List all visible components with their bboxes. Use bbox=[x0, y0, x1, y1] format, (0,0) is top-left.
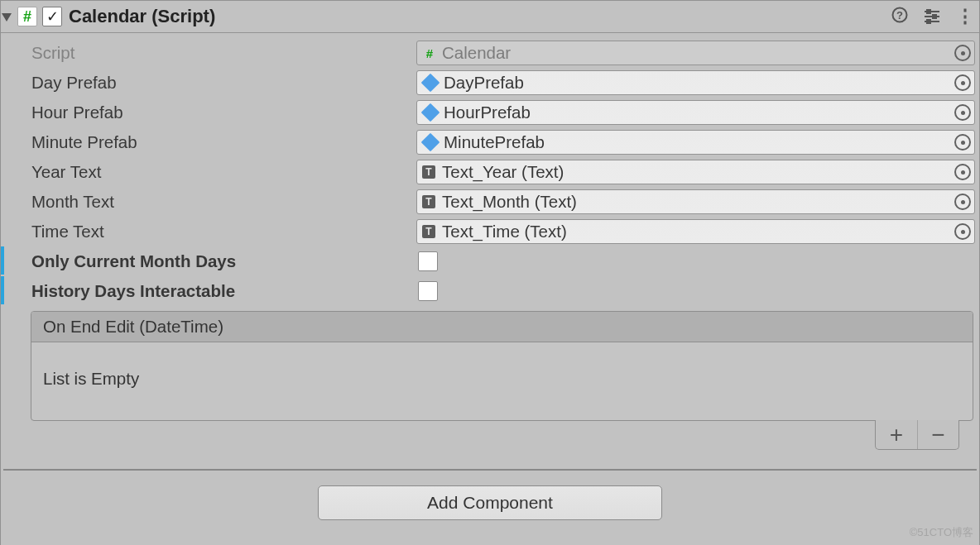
component-body: Script # Calendar Day Prefab DayPrefab H… bbox=[1, 33, 979, 545]
svg-rect-7 bbox=[927, 20, 930, 23]
add-event-button[interactable]: + bbox=[876, 420, 917, 449]
field-year-text: Year Text T Text_Year (Text) bbox=[3, 157, 977, 187]
object-picker-icon[interactable] bbox=[954, 45, 971, 61]
remove-event-button[interactable]: − bbox=[917, 420, 958, 449]
event-empty-text: List is Empty bbox=[31, 342, 973, 420]
script-field: # Calendar bbox=[416, 41, 975, 65]
component-title: Calendar (Script) bbox=[69, 6, 215, 27]
object-field[interactable]: DayPrefab bbox=[416, 70, 975, 95]
field-value: Text_Time (Text) bbox=[442, 222, 567, 241]
override-indicator bbox=[1, 246, 4, 275]
kebab-menu-icon[interactable]: ⋮ bbox=[956, 6, 974, 27]
object-field[interactable]: T Text_Time (Text) bbox=[416, 219, 975, 244]
object-field[interactable]: T Text_Year (Text) bbox=[416, 160, 975, 184]
field-value: Text_Year (Text) bbox=[442, 162, 564, 182]
object-picker-icon[interactable] bbox=[954, 74, 971, 91]
field-script: Script # Calendar bbox=[3, 38, 977, 68]
enable-checkbox[interactable]: ✓ bbox=[42, 7, 62, 26]
field-value: HourPrefab bbox=[444, 103, 531, 122]
hash-icon: # bbox=[23, 8, 31, 26]
object-picker-icon[interactable] bbox=[954, 164, 971, 180]
text-component-icon: T bbox=[422, 225, 435, 238]
component-header: # ✓ Calendar (Script) ? ⋮ bbox=[1, 0, 979, 33]
prefab-icon bbox=[421, 133, 440, 152]
watermark: ©51CTO博客 bbox=[910, 525, 973, 540]
field-label: Year Text bbox=[31, 162, 416, 182]
object-field[interactable]: MinutePrefab bbox=[416, 130, 975, 155]
field-label: Minute Prefab bbox=[31, 132, 416, 152]
field-time-text: Time Text T Text_Time (Text) bbox=[3, 217, 977, 246]
object-picker-icon[interactable] bbox=[954, 223, 971, 240]
field-value: Calendar bbox=[442, 43, 511, 63]
field-hour-prefab: Hour Prefab HourPrefab bbox=[3, 98, 977, 127]
prefab-icon bbox=[421, 103, 440, 122]
script-icon: # bbox=[422, 45, 437, 60]
field-value: DayPrefab bbox=[444, 73, 524, 93]
event-list-controls: + − bbox=[875, 420, 959, 450]
field-label: Hour Prefab bbox=[31, 103, 416, 122]
add-component-button[interactable]: Add Component bbox=[318, 485, 662, 520]
prefab-icon bbox=[421, 74, 440, 93]
preset-icon[interactable] bbox=[923, 9, 941, 24]
object-picker-icon[interactable] bbox=[954, 194, 971, 210]
object-field[interactable]: HourPrefab bbox=[416, 100, 975, 125]
field-month-text: Month Text T Text_Month (Text) bbox=[3, 187, 977, 217]
field-minute-prefab: Minute Prefab MinutePrefab bbox=[3, 127, 977, 157]
text-component-icon: T bbox=[422, 165, 435, 179]
object-field[interactable]: T Text_Month (Text) bbox=[416, 189, 975, 214]
field-label: Month Text bbox=[31, 192, 416, 212]
svg-rect-6 bbox=[933, 15, 936, 18]
field-history-days-interactable: History Days Interactable bbox=[3, 276, 977, 306]
svg-text:?: ? bbox=[896, 9, 903, 22]
field-label: Script bbox=[31, 43, 416, 63]
hash-icon: # bbox=[426, 46, 433, 60]
text-component-icon: T bbox=[422, 195, 435, 208]
field-label: Only Current Month Days bbox=[31, 251, 416, 271]
field-day-prefab: Day Prefab DayPrefab bbox=[3, 68, 977, 98]
component-panel: # ✓ Calendar (Script) ? ⋮ Script # bbox=[0, 0, 980, 545]
svg-rect-5 bbox=[927, 10, 930, 13]
object-picker-icon[interactable] bbox=[954, 134, 971, 151]
header-actions: ? ⋮ bbox=[891, 6, 974, 27]
field-only-current-month-days: Only Current Month Days bbox=[3, 246, 977, 276]
field-value: Text_Month (Text) bbox=[442, 192, 577, 212]
foldout-toggle[interactable] bbox=[2, 13, 12, 22]
help-icon[interactable]: ? bbox=[891, 7, 908, 27]
event-title: On End Edit (DateTime) bbox=[31, 312, 973, 342]
field-label: Day Prefab bbox=[31, 73, 416, 93]
unity-event-block: On End Edit (DateTime) List is Empty + − bbox=[31, 311, 973, 421]
object-picker-icon[interactable] bbox=[954, 104, 971, 121]
script-component-icon: # bbox=[17, 7, 37, 26]
override-indicator bbox=[1, 276, 4, 304]
checkbox-history-days-interactable[interactable] bbox=[418, 281, 438, 301]
add-component-area: Add Component bbox=[3, 471, 977, 545]
field-label: Time Text bbox=[31, 222, 416, 241]
checkbox-only-current-month-days[interactable] bbox=[418, 251, 438, 271]
check-icon: ✓ bbox=[46, 7, 59, 26]
field-label: History Days Interactable bbox=[31, 281, 416, 301]
field-value: MinutePrefab bbox=[444, 132, 545, 152]
